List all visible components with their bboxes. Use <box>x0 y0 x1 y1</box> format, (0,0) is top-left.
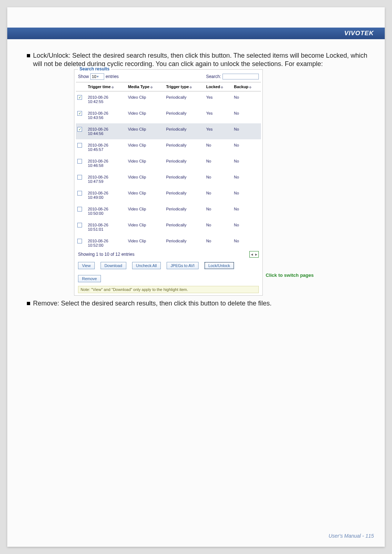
note-bar: Note: "View" and "Download" only apply t… <box>78 286 259 293</box>
row-checkbox[interactable]: ✓ <box>77 111 82 116</box>
cell-backup: No <box>233 219 261 235</box>
show-label: Show <box>78 74 89 79</box>
cell-locked: Yes <box>205 91 233 107</box>
row-checkbox[interactable] <box>77 207 82 212</box>
cell-media-type: Video Clip <box>126 123 164 139</box>
cell-trigger-time: 2010-08-2610:50:00 <box>86 203 126 219</box>
next-page-icon[interactable]: ▸ <box>255 252 257 257</box>
cell-locked: No <box>205 235 233 251</box>
cell-locked: No <box>205 155 233 171</box>
search-input[interactable] <box>222 74 259 79</box>
table-header-row: Trigger time◆ Media Type◆ Trigger type◆ … <box>76 82 261 91</box>
cell-media-type: Video Clip <box>126 203 164 219</box>
table-row[interactable]: 2010-08-2610:49:00Video ClipPeriodically… <box>76 187 261 203</box>
remove-paragraph: Remove: Select the desired search result… <box>27 299 370 308</box>
cell-trigger-type: Periodically <box>165 219 205 235</box>
lock-unlock-button[interactable]: Lock/Unlock <box>204 262 234 269</box>
panel-legend: Search results <box>78 66 111 71</box>
cell-trigger-time: 2010-08-2610:43:56 <box>86 107 126 123</box>
cell-locked: No <box>205 171 233 187</box>
col-media-type[interactable]: Media Type◆ <box>126 82 164 91</box>
lock-text: Lock/Unlock: Select the desired search r… <box>33 52 370 69</box>
remove-button[interactable]: Remove <box>78 275 101 282</box>
search-results-panel: Search results Show 10 ▾ entries Search: <box>74 69 263 296</box>
show-entries-value: 10 <box>92 74 96 79</box>
cell-trigger-type: Periodically <box>165 139 205 155</box>
table-row[interactable]: ✓2010-08-2610:43:56Video ClipPeriodicall… <box>76 107 261 123</box>
cell-locked: No <box>205 139 233 155</box>
cell-media-type: Video Clip <box>126 91 164 107</box>
cell-trigger-type: Periodically <box>165 155 205 171</box>
show-entries-select[interactable]: 10 ▾ <box>90 73 104 80</box>
table-row[interactable]: 2010-08-2610:52:00Video ClipPeriodically… <box>76 235 261 251</box>
col-backup[interactable]: Backup◆ <box>233 82 261 91</box>
cell-trigger-time: 2010-08-2610:45:57 <box>86 139 126 155</box>
lock-paragraph: Lock/Unlock: Select the desired search r… <box>27 52 370 69</box>
row-checkbox[interactable] <box>77 191 82 196</box>
page: VIVOTEK Lock/Unlock: Select the desired … <box>7 7 385 547</box>
cell-media-type: Video Clip <box>126 139 164 155</box>
cell-trigger-type: Periodically <box>165 107 205 123</box>
sort-icon: ◆ <box>189 85 192 89</box>
cell-backup: No <box>233 171 261 187</box>
cell-locked: Yes <box>205 123 233 139</box>
entries-label: entries <box>106 74 119 79</box>
row-checkbox[interactable]: ✓ <box>77 95 82 100</box>
download-button[interactable]: Download <box>101 262 126 269</box>
cell-locked: Yes <box>205 107 233 123</box>
cell-media-type: Video Clip <box>126 219 164 235</box>
col-locked[interactable]: Locked◆ <box>205 82 233 91</box>
cell-trigger-time: 2010-08-2610:47:59 <box>86 171 126 187</box>
cell-media-type: Video Clip <box>126 171 164 187</box>
table-row[interactable]: 2010-08-2610:45:57Video ClipPeriodically… <box>76 139 261 155</box>
cell-trigger-type: Periodically <box>165 187 205 203</box>
cell-backup: No <box>233 107 261 123</box>
entries-summary: Showing 1 to 10 of 12 entries <box>78 252 134 257</box>
cell-locked: No <box>205 187 233 203</box>
cell-media-type: Video Clip <box>126 155 164 171</box>
brand-label: VIVOTEK <box>344 30 374 37</box>
sort-icon: ◆ <box>249 85 252 89</box>
table-row[interactable]: 2010-08-2610:51:01Video ClipPeriodically… <box>76 219 261 235</box>
cell-locked: No <box>205 219 233 235</box>
row-checkbox[interactable] <box>77 223 82 227</box>
cell-trigger-time: 2010-08-2610:46:58 <box>86 155 126 171</box>
jpegs-to-avi-button[interactable]: JPEGs to AVI <box>167 262 199 269</box>
chevron-down-icon: ▾ <box>97 75 99 78</box>
row-checkbox[interactable] <box>77 239 82 243</box>
table-row[interactable]: 2010-08-2610:47:59Video ClipPeriodically… <box>76 171 261 187</box>
cell-trigger-type: Periodically <box>165 91 205 107</box>
cell-trigger-time: 2010-08-2610:51:01 <box>86 219 126 235</box>
table-row[interactable]: 2010-08-2610:50:00Video ClipPeriodically… <box>76 203 261 219</box>
table-row[interactable]: ✓2010-08-2610:42:55Video ClipPeriodicall… <box>76 91 261 107</box>
brand-bar <box>7 28 385 39</box>
table-row[interactable]: 2010-08-2610:46:58Video ClipPeriodically… <box>76 155 261 171</box>
view-button[interactable]: View <box>78 262 95 269</box>
cell-media-type: Video Clip <box>126 107 164 123</box>
cell-trigger-type: Periodically <box>165 235 205 251</box>
sort-icon: ◆ <box>221 85 223 89</box>
cell-backup: No <box>233 155 261 171</box>
bullet-icon <box>27 302 30 305</box>
prev-page-icon[interactable]: ◂ <box>251 252 253 257</box>
col-trigger-time[interactable]: Trigger time◆ <box>86 82 126 91</box>
sort-icon: ◆ <box>150 85 153 89</box>
col-trigger-type[interactable]: Trigger type◆ <box>165 82 205 91</box>
row-checkbox[interactable] <box>77 175 82 180</box>
table-row[interactable]: ✓2010-08-2610:44:56Video ClipPeriodicall… <box>76 123 261 139</box>
bullet-icon <box>27 54 30 57</box>
cell-backup: No <box>233 187 261 203</box>
uncheck-all-button[interactable]: Uncheck All <box>132 262 161 269</box>
switch-pages-note: Click to switch pages <box>266 272 314 278</box>
row-checkbox[interactable] <box>77 143 82 148</box>
search-label: Search: <box>206 74 221 79</box>
content: Lock/Unlock: Select the desired search r… <box>27 52 370 308</box>
cell-backup: No <box>233 203 261 219</box>
row-checkbox[interactable]: ✓ <box>77 127 82 132</box>
cell-trigger-type: Periodically <box>165 171 205 187</box>
pager[interactable]: ◂ ▸ <box>249 251 259 258</box>
row-checkbox[interactable] <box>77 159 82 164</box>
cell-trigger-time: 2010-08-2610:49:00 <box>86 187 126 203</box>
results-table: Trigger time◆ Media Type◆ Trigger type◆ … <box>76 82 261 251</box>
cell-backup: No <box>233 139 261 155</box>
